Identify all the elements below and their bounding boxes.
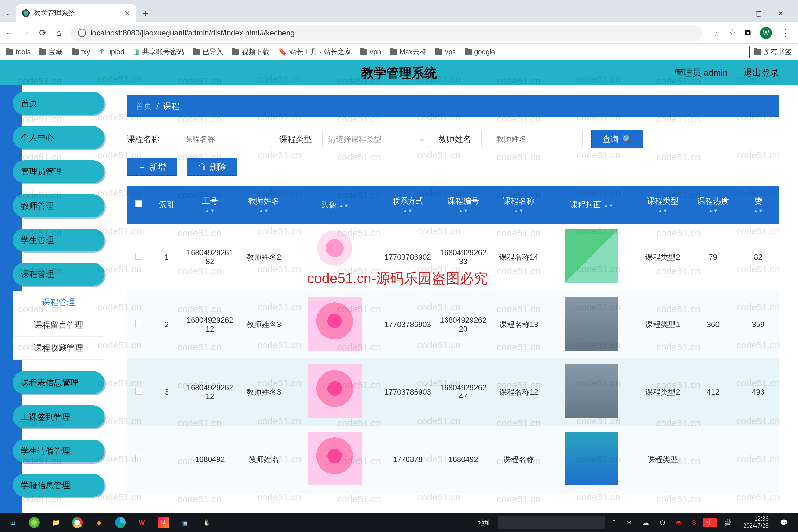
sidebar-item-roll[interactable]: 学籍信息管理 (13, 474, 104, 496)
filter-course-input[interactable] (170, 130, 271, 148)
taskbar-app-sublime[interactable]: ◆ (89, 515, 108, 530)
delete-button[interactable]: 🗑删除 (187, 158, 238, 176)
bookmark-item[interactable]: vps (435, 48, 456, 56)
taskbar-app-browser360[interactable] (25, 515, 44, 530)
sort-icon: ▲▼ (339, 203, 349, 208)
logout-link[interactable]: 退出登录 (743, 67, 779, 79)
th-cover[interactable]: 课程封面 ▲▼ (547, 186, 637, 224)
th-like[interactable]: 赞▲▼ (737, 186, 779, 224)
taskbar-app-edge[interactable] (111, 515, 130, 530)
tray-address-input[interactable] (498, 516, 606, 529)
checkbox[interactable] (135, 201, 142, 207)
table-row[interactable]: 1 1680492926182 教师姓名2 17703786902 168049… (127, 224, 779, 291)
bookmark-item[interactable]: Max云梯 (390, 47, 427, 57)
bookmark-item[interactable]: 已导入 (193, 47, 223, 57)
th-worker[interactable]: 工号▲▼ (182, 186, 238, 224)
th-index[interactable]: 索引 (151, 186, 183, 224)
sidebar-item-leave[interactable]: 学生请假管理 (13, 439, 104, 462)
tray-icon[interactable]: S (688, 516, 700, 529)
chrome-menu-icon[interactable]: ⋮ (781, 27, 791, 38)
upload-icon: ⇧ (99, 48, 105, 56)
tray-volume-icon[interactable]: 🔊 (720, 516, 736, 529)
subitem-course-comments[interactable]: 课程留言管理 (13, 314, 104, 337)
th-heat[interactable]: 课程热度▲▼ (689, 186, 737, 224)
lens-icon[interactable]: ⌕ (715, 28, 720, 38)
maximize-icon[interactable]: ▢ (754, 10, 763, 18)
row-checkbox[interactable] (135, 320, 142, 327)
reload-button[interactable]: ⟳ (37, 28, 48, 38)
th-contact[interactable]: 联系方式▲▼ (380, 186, 435, 224)
th-type[interactable]: 课程类型▲▼ (637, 186, 689, 224)
taskbar-app-idea[interactable]: IJ (154, 515, 173, 530)
home-button[interactable]: ⌂ (54, 28, 64, 38)
tray-icon[interactable]: ⬡ (656, 516, 669, 529)
bookmark-item[interactable]: txy (72, 48, 90, 56)
th-avatar[interactable]: 头像 ▲▼ (290, 186, 380, 224)
profile-avatar[interactable]: W (760, 27, 772, 39)
taskbar-clock[interactable]: 12:36 2024/7/28 (739, 515, 773, 529)
sidebar-item-course[interactable]: 课程管理 (13, 263, 104, 286)
folder-icon (6, 49, 13, 55)
row-checkbox[interactable] (135, 455, 142, 462)
sidebar-item-teacher[interactable]: 教师管理 (13, 194, 104, 217)
browser-tab[interactable]: V 教学管理系统 × (16, 4, 136, 22)
forward-button[interactable]: → (21, 28, 31, 38)
new-tab-button[interactable]: + (139, 7, 152, 20)
star-icon[interactable]: ☆ (729, 28, 736, 38)
taskbar-app-qq[interactable]: 🐧 (197, 515, 216, 530)
filter-teacher-input[interactable] (481, 130, 583, 148)
th-code[interactable]: 课程编号▲▼ (435, 186, 491, 224)
th-name[interactable]: 课程名称▲▼ (491, 186, 546, 224)
filter-type-select[interactable]: 请选择课程类型 (322, 130, 430, 148)
row-checkbox[interactable] (135, 253, 142, 260)
table-row[interactable]: 1680492 教师姓名 1770378 1680492 课程名称 课程类型 (127, 426, 779, 493)
close-tab-icon[interactable]: × (125, 8, 130, 18)
sidebar-item-schedule[interactable]: 课程表信息管理 (13, 371, 104, 394)
bookmark-item[interactable]: ⇧uplod (99, 48, 125, 56)
taskbar-app-explorer[interactable]: 📁 (46, 515, 65, 530)
taskbar-app-generic[interactable]: ▣ (175, 515, 194, 530)
url-input[interactable] (91, 28, 695, 37)
th-checkbox[interactable] (127, 186, 151, 224)
close-window-icon[interactable]: ✕ (776, 10, 785, 18)
subitem-course-fav[interactable]: 课程收藏管理 (13, 337, 104, 359)
bookmark-item[interactable]: ▦共享账号密码 (133, 47, 184, 57)
add-button[interactable]: ＋新增 (127, 158, 177, 176)
filter-bar: 课程名称 课程类型 请选择课程类型 教师姓名 查询🔍 (127, 117, 779, 158)
table-row[interactable]: 2 1680492926212 教师姓名3 17703786903 168049… (127, 291, 779, 359)
start-button[interactable]: ⊞ (3, 515, 22, 530)
current-user-label[interactable]: 管理员 admin (674, 67, 728, 79)
sidebar-item-home[interactable]: 首页 (13, 92, 104, 115)
sidebar-item-admin[interactable]: 管理员管理 (13, 160, 104, 183)
ime-indicator[interactable]: 中 (703, 518, 717, 527)
sidebar-item-student[interactable]: 学生管理 (13, 229, 104, 251)
subitem-course-mgmt[interactable]: 课程管理 (13, 291, 104, 314)
tray-expand-icon[interactable]: ˄ (609, 516, 620, 529)
th-teacher[interactable]: 教师姓名▲▼ (238, 186, 290, 224)
sidebar-item-signin[interactable]: 上课签到管理 (13, 405, 104, 428)
row-checkbox[interactable] (135, 387, 142, 395)
site-info-icon[interactable]: i (78, 29, 86, 37)
tray-icon[interactable]: ◓ (672, 516, 685, 529)
breadcrumb-home[interactable]: 首页 (135, 101, 152, 112)
bookmark-item[interactable]: vpn (360, 48, 381, 56)
table-row[interactable]: 3 1680492926212 教师姓名3 17703786903 168049… (127, 359, 779, 426)
omnibox[interactable]: i (70, 25, 702, 41)
back-button[interactable]: ← (4, 28, 15, 38)
tab-list-dropdown[interactable]: ⌄ (3, 7, 13, 19)
bookmark-item[interactable]: 视频下载 (232, 47, 269, 57)
tray-icon[interactable]: ☁ (639, 516, 653, 529)
bookmark-item[interactable]: google (464, 48, 495, 56)
bookmark-item[interactable]: 宝藏 (39, 47, 63, 57)
all-bookmarks-button[interactable]: 所有书签 (754, 47, 792, 57)
extensions-icon[interactable]: ⧉ (745, 28, 751, 38)
taskbar-app-chrome[interactable] (68, 515, 87, 530)
search-button[interactable]: 查询🔍 (591, 130, 644, 148)
notifications-icon[interactable]: 💬 (776, 516, 792, 529)
sidebar-item-profile[interactable]: 个人中心 (13, 126, 104, 149)
taskbar-app-wps[interactable]: W (132, 515, 151, 530)
minimize-icon[interactable]: — (732, 10, 741, 18)
bookmark-item[interactable]: tools (6, 48, 31, 56)
tray-icon[interactable]: ✉ (623, 516, 635, 529)
bookmark-item[interactable]: 🔖站长工具 - 站长之家 (278, 47, 352, 57)
